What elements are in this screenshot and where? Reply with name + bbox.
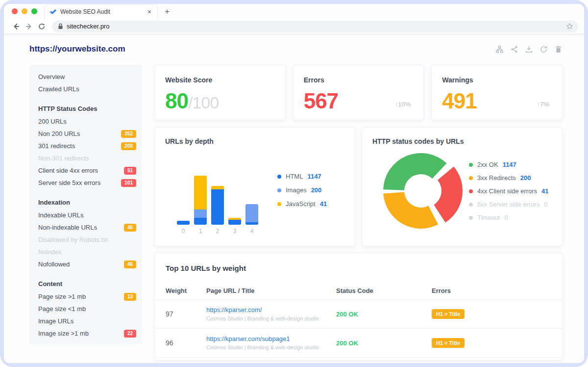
count-badge: 200 bbox=[121, 142, 136, 150]
maximize-window-button[interactable] bbox=[31, 8, 37, 14]
bar-plot bbox=[177, 174, 258, 225]
error-tag-badge: H1 = Title bbox=[432, 309, 465, 319]
sidebar-item-non-200-urls[interactable]: Non 200 URLs352 bbox=[38, 128, 136, 140]
forward-button[interactable] bbox=[23, 20, 35, 33]
sitemap-icon[interactable] bbox=[495, 45, 504, 53]
sidebar-item-image-size-1-mb[interactable]: Image size >1 mb22 bbox=[38, 327, 136, 340]
sidebar-item-label: Overview bbox=[38, 71, 65, 83]
row-weight: 97 bbox=[166, 310, 206, 318]
legend-value: 0 bbox=[504, 214, 508, 221]
legend-value: 41 bbox=[541, 187, 548, 195]
legend-item-images: Images200 bbox=[277, 186, 327, 194]
report-sidebar: OverviewCrawled URLsHTTP Status Codes200… bbox=[29, 65, 142, 344]
x-tick-label: 0 bbox=[177, 228, 190, 235]
sidebar-item-client-side-4xx-errors[interactable]: Client side 4xx errors51 bbox=[38, 164, 136, 177]
address-bar[interactable]: sitechecker.pro bbox=[52, 21, 578, 32]
row-url-cell: https://kparser.com/subpage1Cosmos Studi… bbox=[206, 335, 336, 351]
bar-segment-html bbox=[177, 221, 190, 225]
warnings-value: 491 bbox=[442, 89, 550, 113]
legend-item-html: HTML1147 bbox=[277, 173, 327, 180]
legend-label: HTML bbox=[286, 173, 303, 180]
new-tab-button[interactable]: + bbox=[165, 7, 170, 19]
minimize-window-button[interactable] bbox=[22, 8, 27, 14]
status-codes-card: HTTP status codes by URLs 2xx OK11473xx … bbox=[362, 127, 563, 246]
x-tick-label: 3 bbox=[228, 228, 241, 235]
sidebar-item-nofollowed[interactable]: Nofollowed46 bbox=[38, 258, 136, 270]
summary-cards: Website Score 80/100 Errors 567 ↑10% War… bbox=[154, 65, 563, 120]
column-header-weight: Weight bbox=[166, 287, 206, 294]
legend-label: Images bbox=[286, 186, 307, 194]
browser-tab[interactable]: Website SEO Audit × bbox=[44, 4, 158, 19]
sidebar-item-overview[interactable]: Overview bbox=[38, 71, 136, 83]
page-url-link[interactable]: https://kparser.com/ bbox=[206, 306, 336, 314]
legend-dot bbox=[277, 175, 281, 179]
urls-by-depth-card: URLs by depth 01234 HTML1147Images200Jav… bbox=[154, 127, 355, 246]
bar-depth-0 bbox=[177, 221, 190, 225]
sidebar-group: HTTP Status Codes200 URLsNon 200 URLs352… bbox=[38, 103, 136, 189]
reload-button[interactable] bbox=[35, 20, 48, 33]
report-actions bbox=[495, 45, 563, 53]
row-errors-cell: H1 = Title bbox=[432, 338, 551, 348]
bar-depth-4 bbox=[245, 204, 258, 225]
sidebar-item-label: 301 redirects bbox=[38, 140, 75, 152]
sidebar-item-crawled-urls[interactable]: Crawled URLs bbox=[38, 83, 136, 95]
sidebar-item-server-side-5xx-errors[interactable]: Server side 5xx errors101 bbox=[38, 177, 136, 189]
sidebar-item-200-urls[interactable]: 200 URLs bbox=[38, 115, 136, 128]
page-url-link[interactable]: https://kparser.com/subpage1 bbox=[206, 335, 336, 342]
sidebar-item-noindex: Noindex bbox=[38, 246, 136, 258]
window-controls bbox=[4, 4, 44, 19]
score-denominator: /100 bbox=[188, 93, 219, 112]
delete-icon[interactable] bbox=[554, 45, 563, 53]
legend-dot bbox=[469, 189, 473, 193]
download-icon[interactable] bbox=[525, 45, 533, 53]
x-tick-label: 2 bbox=[211, 228, 224, 235]
x-tick-label: 4 bbox=[245, 228, 258, 235]
donut-chart bbox=[381, 149, 465, 233]
sidebar-item-page-size-1-mb[interactable]: Page size <1 mb bbox=[38, 303, 136, 315]
stat-title: Errors bbox=[304, 76, 412, 84]
table-header: Weight Page URL / Title Status Code Erro… bbox=[155, 282, 562, 300]
sidebar-section-header: HTTP Status Codes bbox=[38, 103, 136, 115]
sidebar-item-label: Server side 5xx errors bbox=[38, 177, 100, 189]
count-badge: 22 bbox=[124, 330, 136, 338]
tab-close-icon[interactable]: × bbox=[147, 8, 152, 15]
sidebar-item-label: Non-indexable URLs bbox=[38, 221, 97, 234]
count-badge: 51 bbox=[124, 167, 136, 175]
row-status-code: 200 OK bbox=[336, 311, 432, 318]
tab-title: Website SEO Audit bbox=[60, 8, 143, 15]
page-title-subtitle: Cosmos Studio | Branding & web-design st… bbox=[206, 344, 319, 350]
legend-value: 0 bbox=[544, 201, 547, 208]
bookmark-star-icon[interactable] bbox=[566, 23, 573, 30]
sidebar-item-page-size-1-mb[interactable]: Page size >1 mb13 bbox=[38, 290, 136, 303]
sidebar-item-301-redirects[interactable]: 301 redirects200 bbox=[38, 140, 136, 152]
chart-title: HTTP status codes by URLs bbox=[372, 137, 562, 145]
sidebar-item-indexable-urls[interactable]: Indexable URLs bbox=[38, 209, 136, 221]
refresh-icon[interactable] bbox=[539, 45, 548, 53]
sidebar-item-label: 200 URLs bbox=[38, 115, 67, 128]
count-badge: 101 bbox=[121, 179, 136, 187]
sidebar-section-header: Content bbox=[38, 278, 136, 290]
row-weight: 96 bbox=[166, 339, 206, 347]
sidebar-item-image-urls[interactable]: Image URLs bbox=[38, 315, 136, 327]
url-text: sitechecker.pro bbox=[67, 23, 109, 30]
sidebar-item-label: Client side 4xx errors bbox=[38, 164, 98, 177]
legend-label: 2xx OK bbox=[477, 161, 498, 168]
count-badge: 352 bbox=[121, 130, 136, 138]
error-tag-badge: H1 = Title bbox=[432, 338, 465, 348]
row-errors-cell: H1 = Title bbox=[432, 309, 551, 319]
sidebar-item-label: Image size >1 mb bbox=[38, 327, 89, 340]
bar-axis-labels: 01234 bbox=[177, 228, 258, 235]
charts-row: URLs by depth 01234 HTML1147Images200Jav… bbox=[154, 127, 563, 246]
sidebar-group: IndexationIndexable URLsNon-indexable UR… bbox=[38, 196, 136, 270]
sidebar-group: ContentPage size >1 mb13Page size <1 mbI… bbox=[38, 278, 136, 340]
share-icon[interactable] bbox=[510, 45, 518, 53]
close-window-button[interactable] bbox=[12, 8, 18, 14]
stat-card-warnings: Warnings 491 ↑7% bbox=[431, 65, 563, 120]
sidebar-item-non-indexable-urls[interactable]: Non-indexable URLs46 bbox=[38, 221, 136, 234]
back-button[interactable] bbox=[10, 20, 23, 33]
sidebar-item-label: Disallowed by Robots.txt bbox=[38, 234, 108, 246]
bar-segment-html bbox=[245, 222, 258, 225]
legend-value: 200 bbox=[520, 174, 531, 182]
legend-value: 41 bbox=[320, 200, 327, 208]
table-row: 97https://kparser.com/Cosmos Studio | Br… bbox=[155, 300, 562, 329]
